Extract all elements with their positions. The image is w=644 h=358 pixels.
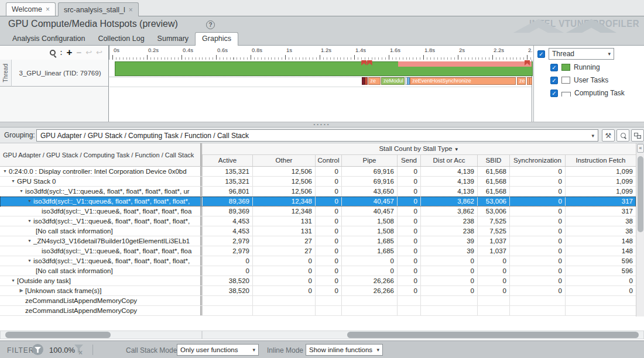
expander-icon[interactable]: ▼ xyxy=(18,187,25,196)
value-cell: 0 xyxy=(509,256,565,266)
table-row[interactable]: ▼iso3dfd(sycl::_V1::queue&, float*, floa… xyxy=(0,187,636,197)
search-button[interactable] xyxy=(616,129,629,142)
expander-icon[interactable]: ▼ xyxy=(9,276,17,285)
table-row[interactable]: ▶[Unknown stack frame(s)]38,5200026,2660… xyxy=(0,286,636,296)
value-cell: 38,520 xyxy=(202,276,252,285)
value-cell: 27 xyxy=(252,236,315,246)
tab-analysis-configuration[interactable]: Analysis Configuration xyxy=(6,33,91,45)
column-header[interactable]: Dist or Acc xyxy=(420,155,477,166)
help-icon[interactable]: ? xyxy=(206,20,215,29)
value-cell: 0 xyxy=(252,266,315,276)
table-row[interactable]: ▼0:24:0.0 : Display controller: Intel Co… xyxy=(0,167,636,177)
timeline-task[interactable]: ze xyxy=(517,77,526,85)
table-row[interactable]: ▼iso3dfd(sycl::_V1::queue&, float*, floa… xyxy=(0,216,636,226)
tab-welcome[interactable]: Welcome × xyxy=(6,2,56,16)
timeline-task[interactable]: ze xyxy=(368,77,381,85)
timeline-task-marker[interactable] xyxy=(365,77,368,85)
value-cell xyxy=(252,296,315,305)
data-scrollbar-thumb[interactable] xyxy=(347,332,639,338)
column-header[interactable]: Synchronization xyxy=(509,155,565,166)
call-stack-view-button[interactable] xyxy=(631,129,644,142)
vertical-scrollbar-thumb[interactable] xyxy=(638,156,643,232)
close-icon[interactable]: × xyxy=(129,6,133,14)
table-row[interactable]: zeCommandListAppendMemoryCopy xyxy=(0,296,636,306)
table-row[interactable]: ▼_ZN4sycl3_V16detail7Builder10getElement… xyxy=(0,236,636,246)
inline-mode-select[interactable]: Show inline functions ▾ xyxy=(306,344,383,356)
row-label: iso3dfd(sycl::_V1::queue&, float*, float… xyxy=(33,216,190,226)
ruler-tick xyxy=(320,55,320,60)
table-row[interactable]: ▼iso3dfd(sycl::_V1::queue&, float*, floa… xyxy=(0,256,636,266)
vertical-scrollbar[interactable]: « xyxy=(636,143,644,316)
column-header[interactable]: Other xyxy=(252,155,315,166)
timeline-task[interactable]: zeModul xyxy=(381,77,405,85)
table-row[interactable]: iso3dfd(sycl::_V1::queue&, float*, float… xyxy=(0,246,636,256)
zoom-out-icon[interactable]: − xyxy=(76,49,81,57)
tab-src-analysis[interactable]: src-analysis_stall_l × xyxy=(58,2,139,16)
expander-icon[interactable]: ▼ xyxy=(26,197,33,206)
stall-type-span-header[interactable]: Stall Count by Stall Type ▼ xyxy=(202,143,636,155)
column-header[interactable]: Pipe xyxy=(341,155,397,166)
computing-task-checkbox[interactable]: ✓ xyxy=(550,90,558,97)
tree-horizontal-scrollbar[interactable] xyxy=(0,331,202,339)
customize-grouping-button[interactable]: ⚒ xyxy=(602,129,615,142)
column-header[interactable]: Control xyxy=(315,155,341,166)
table-row[interactable]: zeCommandListAppendMemoryCopy xyxy=(0,306,636,316)
filter-arrow-icon[interactable]: ▼ xyxy=(454,147,459,152)
tab-collection-log[interactable]: Collection Log xyxy=(91,33,150,45)
filter-funnel-icon[interactable] xyxy=(32,344,43,355)
tab-summary[interactable]: Summary xyxy=(151,33,195,45)
timeline-chart[interactable]: zezeModulzeEventHostSynchronizeze xyxy=(109,60,532,122)
legend-series-select[interactable]: Thread ▾ xyxy=(549,48,614,60)
data-horizontal-scrollbar[interactable] xyxy=(202,331,644,339)
ruler-tick xyxy=(492,55,493,60)
close-icon[interactable]: × xyxy=(46,5,50,13)
row-label: zeCommandListAppendMemoryCopy xyxy=(25,296,137,305)
value-cell: 131 xyxy=(252,216,315,226)
grouping-select[interactable]: GPU Adapter / GPU Stack / Computing Task… xyxy=(36,129,598,142)
zoom-to-selection-icon[interactable]: ↩ xyxy=(85,49,92,56)
tab-graphics[interactable]: Graphics xyxy=(195,32,238,46)
tools-icon: ⚒ xyxy=(605,132,612,140)
document-tabbar: Welcome × src-analysis_stall_l × xyxy=(0,0,644,16)
thread-checkbox[interactable]: ✓ xyxy=(537,50,545,58)
column-header[interactable]: Active xyxy=(202,155,252,166)
table-row[interactable]: ▼GPU Stack 0135,32112,506069,91604,13961… xyxy=(0,177,636,187)
value-cell: 7,525 xyxy=(477,216,509,226)
timeline-ruler[interactable]: 0s0.2s0.4s0.6s0.8s1s1.2s1.4s1.6s1.8s2s2.… xyxy=(109,46,532,60)
running-checkbox[interactable]: ✓ xyxy=(550,64,558,71)
column-header[interactable]: SBID xyxy=(477,155,509,166)
zoom-in-icon[interactable]: + xyxy=(66,49,72,57)
pane-splitter[interactable]: ••••• xyxy=(0,122,644,128)
stall-band xyxy=(398,61,532,67)
expander-icon[interactable]: ▼ xyxy=(9,177,17,186)
user-tasks-checkbox[interactable]: ✓ xyxy=(550,77,558,84)
row-label: zeCommandListAppendMemoryCopy xyxy=(25,306,137,315)
clear-filter-x-icon[interactable]: × xyxy=(78,349,83,357)
expander-icon[interactable]: ▼ xyxy=(26,236,33,246)
tree-cell: ▼iso3dfd(sycl::_V1::queue&, float*, floa… xyxy=(0,187,202,196)
ruler-tick xyxy=(216,55,217,60)
table-rows: ▼0:24:0.0 : Display controller: Intel Co… xyxy=(0,167,636,316)
table-row[interactable]: ▼iso3dfd(sycl::_V1::queue&, float*, floa… xyxy=(0,197,636,206)
table-row[interactable]: iso3dfd(sycl::_V1::queue&, float*, float… xyxy=(0,206,636,216)
tree-scrollbar-thumb[interactable] xyxy=(5,332,111,338)
call-stack-mode-select[interactable]: Only user functions ▾ xyxy=(177,344,259,356)
expander-icon[interactable]: ▼ xyxy=(26,256,33,266)
tree-column-header[interactable]: GPU Adapter / GPU Stack / Computing Task… xyxy=(0,143,202,167)
collapse-columns-button[interactable]: « xyxy=(637,144,644,153)
timeline-task[interactable]: zeEventHostSynchronize xyxy=(410,77,516,85)
value-cell: 0 xyxy=(509,167,565,176)
expander-icon[interactable]: ▼ xyxy=(1,167,9,176)
thread-row-label[interactable]: 3_GPU_linear (TID: 79769) xyxy=(12,60,108,87)
table-row[interactable]: [No call stack information]4,45313101,50… xyxy=(0,226,636,236)
expander-icon[interactable]: ▼ xyxy=(26,216,33,226)
table-row[interactable]: ▼[Outside any task]38,5200026,26600000 xyxy=(0,276,636,286)
column-header[interactable]: Send xyxy=(397,155,420,166)
timeline-task-marker[interactable] xyxy=(529,77,532,85)
table-row[interactable]: [No call stack information]00000000596 xyxy=(0,266,636,276)
undo-zoom-icon[interactable]: ↩ xyxy=(96,49,102,56)
ruler-tick-label: 1.2s xyxy=(321,47,331,53)
zoom-magnifier-icon[interactable] xyxy=(50,50,56,56)
column-header[interactable]: Instruction Fetch xyxy=(565,155,636,166)
expander-icon[interactable]: ▶ xyxy=(18,286,25,295)
